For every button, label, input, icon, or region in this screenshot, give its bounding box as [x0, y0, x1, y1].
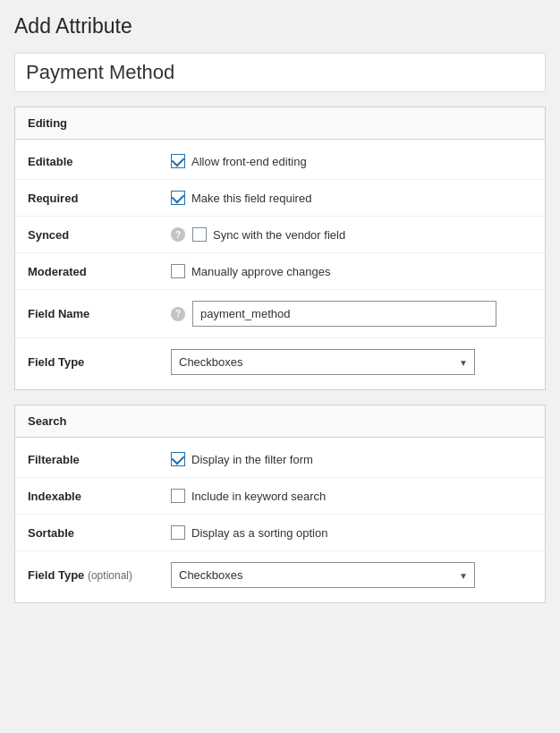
filterable-control: Display in the filter form — [171, 452, 532, 466]
required-checkbox[interactable] — [171, 191, 185, 205]
required-checkbox-label[interactable]: Make this field required — [171, 191, 311, 205]
search-field-type-label: Field Type (optional) — [28, 568, 171, 582]
field-name-help-icon[interactable]: ? — [171, 307, 185, 321]
synced-label: Synced — [28, 228, 171, 242]
sortable-checkbox[interactable] — [171, 525, 185, 540]
moderated-checkbox-label[interactable]: Manually approve changes — [171, 264, 330, 278]
moderated-row: Moderated Manually approve changes — [15, 253, 545, 290]
search-field-type-optional: (optional) — [88, 569, 132, 582]
page-wrapper: Add Attribute Editing Editable Allow fro… — [0, 0, 560, 632]
attribute-name-input[interactable] — [14, 53, 546, 92]
page-title: Add Attribute — [14, 14, 546, 38]
moderated-label: Moderated — [28, 265, 171, 278]
editing-section-body: Editable Allow front-end editing Require… — [15, 140, 545, 389]
required-control: Make this field required — [171, 191, 532, 205]
indexable-checkbox-label[interactable]: Include in keyword search — [171, 489, 326, 503]
filterable-label: Filterable — [28, 453, 171, 466]
synced-checkbox-text: Sync with the vendor field — [213, 228, 345, 242]
sortable-row: Sortable Display as a sorting option — [15, 515, 545, 551]
editing-field-type-label: Field Type — [28, 355, 171, 369]
sortable-label: Sortable — [28, 526, 171, 540]
editing-field-type-row: Field Type Checkboxes Text Select Radio … — [15, 338, 545, 386]
moderated-control: Manually approve changes — [171, 264, 532, 278]
search-field-type-select[interactable]: Checkboxes Text Select Radio Date — [171, 562, 475, 588]
editing-section: Editing Editable Allow front-end editing… — [14, 107, 546, 390]
field-name-label: Field Name — [28, 307, 171, 320]
editable-control: Allow front-end editing — [171, 154, 532, 168]
field-name-control: ? — [171, 301, 532, 327]
search-field-type-wrapper: Checkboxes Text Select Radio Date ▼ — [171, 562, 475, 588]
search-section-body: Filterable Display in the filter form In… — [15, 438, 545, 602]
editing-field-type-control: Checkboxes Text Select Radio Date ▼ — [171, 349, 532, 375]
editable-checkbox-text: Allow front-end editing — [191, 155, 307, 168]
required-row: Required Make this field required — [15, 180, 545, 217]
editing-section-header: Editing — [15, 107, 545, 140]
search-section-header: Search — [15, 405, 545, 438]
filterable-checkbox[interactable] — [171, 452, 185, 466]
indexable-label: Indexable — [28, 490, 171, 503]
indexable-checkbox-text: Include in keyword search — [191, 490, 326, 503]
synced-checkbox-label[interactable]: Sync with the vendor field — [192, 227, 345, 242]
required-label: Required — [28, 192, 171, 205]
editable-label: Editable — [28, 155, 171, 168]
field-name-row: Field Name ? — [15, 290, 545, 338]
indexable-control: Include in keyword search — [171, 489, 532, 503]
sortable-control: Display as a sorting option — [171, 525, 532, 540]
sortable-checkbox-label[interactable]: Display as a sorting option — [171, 525, 327, 540]
synced-control: ? Sync with the vendor field — [171, 227, 532, 242]
field-name-input[interactable] — [192, 301, 496, 327]
editable-checkbox[interactable] — [171, 154, 185, 168]
indexable-row: Indexable Include in keyword search — [15, 478, 545, 515]
editable-row: Editable Allow front-end editing — [15, 143, 545, 180]
search-section: Search Filterable Display in the filter … — [14, 405, 546, 603]
filterable-checkbox-text: Display in the filter form — [191, 453, 313, 466]
indexable-checkbox[interactable] — [171, 489, 185, 503]
editing-field-type-select[interactable]: Checkboxes Text Select Radio Date — [171, 349, 475, 375]
editing-field-type-wrapper: Checkboxes Text Select Radio Date ▼ — [171, 349, 475, 375]
search-field-type-row: Field Type (optional) Checkboxes Text Se… — [15, 551, 545, 599]
moderated-checkbox[interactable] — [171, 264, 185, 278]
required-checkbox-text: Make this field required — [191, 192, 311, 205]
filterable-row: Filterable Display in the filter form — [15, 441, 545, 478]
search-field-type-control: Checkboxes Text Select Radio Date ▼ — [171, 562, 532, 588]
synced-row: Synced ? Sync with the vendor field — [15, 217, 545, 253]
editable-checkbox-label[interactable]: Allow front-end editing — [171, 154, 307, 168]
synced-checkbox[interactable] — [192, 227, 207, 242]
moderated-checkbox-text: Manually approve changes — [191, 265, 330, 278]
filterable-checkbox-label[interactable]: Display in the filter form — [171, 452, 313, 466]
sortable-checkbox-text: Display as a sorting option — [191, 526, 327, 540]
synced-help-icon[interactable]: ? — [171, 227, 185, 242]
